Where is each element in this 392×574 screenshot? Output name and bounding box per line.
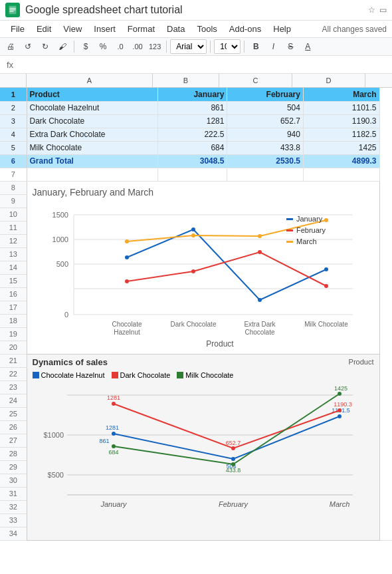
menu-format[interactable]: Format — [122, 22, 160, 36]
sheets-logo — [5, 3, 20, 17]
menu-edit[interactable]: Edit — [31, 22, 56, 36]
decimal-decrease-button[interactable]: .0 — [112, 42, 128, 51]
svg-point-21 — [324, 284, 328, 288]
underline-button[interactable]: A — [300, 40, 316, 53]
table-row: 2 Chocolate Hazelnut 861 504 1101.5 — [0, 101, 392, 114]
svg-point-46 — [231, 457, 235, 461]
cell-2a[interactable]: Chocolate Hazelnut — [27, 101, 158, 114]
table-row: 21 Dynamics of sales Product Chocolate H… — [0, 354, 392, 367]
cell-1a[interactable]: Product — [27, 88, 158, 101]
svg-text:684: 684 — [108, 449, 118, 456]
font-size-select[interactable]: 10 — [214, 39, 241, 54]
svg-point-58 — [112, 444, 116, 448]
cell-5d[interactable]: 1425 — [303, 141, 379, 154]
legend-dark-label: Dark Chocolate — [120, 371, 171, 379]
svg-text:Dark Chocolate: Dark Chocolate — [170, 321, 216, 328]
menu-insert[interactable]: Insert — [88, 22, 121, 36]
svg-text:$1000: $1000 — [43, 431, 64, 439]
currency-button[interactable]: $ — [78, 40, 94, 53]
menu-tools[interactable]: Tools — [191, 22, 222, 36]
toolbar-separator-1 — [74, 41, 74, 53]
percent-button[interactable]: % — [95, 40, 111, 53]
table-row: 1 Product January February March — [0, 88, 392, 101]
menu-addons[interactable]: Add-ons — [224, 22, 266, 36]
more-formats-button[interactable]: 123 — [147, 42, 163, 51]
star-icon[interactable]: ☆ — [368, 5, 375, 15]
row-num-4: 4 — [0, 128, 27, 141]
svg-text:1000: 1000 — [52, 235, 68, 243]
svg-text:March: March — [329, 500, 349, 508]
cell-6d[interactable]: 4899.3 — [303, 154, 379, 168]
bold-button[interactable]: B — [248, 40, 264, 53]
cell-2d[interactable]: 1101.5 — [303, 101, 379, 114]
svg-text:1425: 1425 — [334, 385, 347, 392]
folder-icon[interactable]: ▭ — [379, 5, 387, 15]
cell-1c[interactable]: February — [227, 88, 304, 101]
row-num-header — [0, 74, 27, 87]
svg-point-14 — [125, 255, 129, 259]
legend-hazelnut-color — [33, 372, 39, 378]
svg-text:652.7: 652.7 — [225, 440, 241, 446]
cell-5b[interactable]: 684 — [158, 141, 227, 154]
cell-6a[interactable]: Grand Total — [27, 154, 158, 168]
table-row: 8 January, February and March 1500 100 — [0, 181, 392, 194]
svg-point-47 — [338, 414, 342, 418]
formula-input[interactable] — [20, 57, 389, 72]
print-button[interactable]: 🖨 — [3, 40, 19, 53]
svg-point-18 — [125, 279, 129, 283]
menu-data[interactable]: Data — [161, 22, 190, 36]
svg-point-54 — [338, 408, 342, 412]
font-select[interactable]: Arial — [170, 39, 207, 54]
svg-text:Hazelnut: Hazelnut — [114, 329, 140, 336]
menu-view[interactable]: View — [58, 22, 87, 36]
svg-point-59 — [231, 462, 235, 466]
cell-5c[interactable]: 433.8 — [227, 141, 304, 154]
paint-format-button[interactable]: 🖌 — [54, 40, 70, 53]
svg-point-53 — [231, 446, 235, 450]
cell-6b[interactable]: 3048.5 — [158, 154, 227, 168]
svg-point-60 — [338, 392, 342, 396]
redo-button[interactable]: ↻ — [37, 40, 53, 53]
menu-help[interactable]: Help — [268, 22, 296, 36]
cell-3b[interactable]: 1281 — [158, 114, 227, 128]
cell-4d[interactable]: 1182.5 — [303, 128, 379, 141]
cell-34a[interactable] — [379, 527, 392, 540]
cell-4a[interactable]: Extra Dark Chocolate — [27, 128, 158, 141]
strikethrough-button[interactable]: S — [282, 40, 298, 53]
cell-4c[interactable]: 940 — [227, 128, 304, 141]
cell-3d[interactable]: 1190.3 — [303, 114, 379, 128]
cell-7b[interactable] — [158, 168, 227, 181]
chart2-product-label: Product — [349, 358, 374, 366]
svg-point-19 — [191, 269, 195, 273]
italic-button[interactable]: I — [265, 40, 281, 53]
col-header-a: A — [27, 74, 153, 87]
chart2-legend: Chocolate Hazelnut Dark Chocolate Milk C… — [27, 370, 379, 382]
cell-2c[interactable]: 504 — [227, 101, 304, 114]
svg-text:February: February — [218, 500, 248, 508]
svg-point-20 — [258, 250, 262, 254]
title-bar: Google spreadsheet chart tutorial ☆ ▭ — [0, 0, 392, 21]
table-row: 3 Dark Chocolate 1281 652.7 1190.3 — [0, 114, 392, 128]
legend-dark-color — [112, 372, 118, 378]
svg-point-52 — [112, 402, 116, 406]
decimal-increase-button[interactable]: .00 — [130, 42, 146, 51]
cell-1d[interactable]: March — [303, 88, 379, 101]
undo-button[interactable]: ↺ — [20, 40, 36, 53]
legend-milk-label: Milk Chocolate — [185, 371, 233, 379]
cell-5a[interactable]: Milk Chocolate — [27, 141, 158, 154]
cell-7d[interactable] — [303, 168, 379, 181]
fx-label: fx — [3, 60, 17, 70]
cell-2b[interactable]: 861 — [158, 101, 227, 114]
cell-3a[interactable]: Dark Chocolate — [27, 114, 158, 128]
line-chart-2: $1000 $500 1281 861 — [27, 382, 379, 515]
menu-file[interactable]: File — [5, 22, 30, 36]
table-row: 5 Milk Chocolate 684 433.8 1425 — [0, 141, 392, 154]
cell-6c[interactable]: 2530.5 — [227, 154, 304, 168]
svg-text:861: 861 — [99, 438, 109, 444]
cell-4b[interactable]: 222.5 — [158, 128, 227, 141]
cell-7a[interactable] — [27, 168, 158, 181]
svg-rect-37 — [286, 241, 293, 243]
cell-3c[interactable]: 652.7 — [227, 114, 304, 128]
cell-7c[interactable] — [227, 168, 304, 181]
cell-1b[interactable]: January — [158, 88, 227, 101]
